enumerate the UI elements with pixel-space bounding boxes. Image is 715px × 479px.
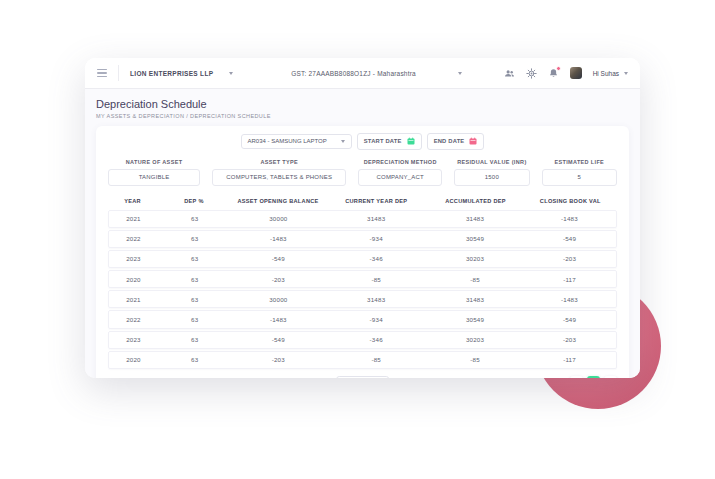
start-date-label: START DATE [364, 138, 402, 144]
table-cell: 2022 [109, 316, 158, 323]
column-header: YEAR [108, 198, 157, 204]
bell-icon[interactable] [548, 68, 559, 79]
company-name: LION ENTERPRISES LLP [130, 70, 213, 77]
field-asset-type: ASSET TYPE COMPUTERS, TABLETS & PHONES [212, 159, 346, 186]
table-cell: -549 [523, 235, 616, 242]
users-icon[interactable] [504, 68, 515, 79]
chevron-down-icon [229, 72, 233, 75]
topbar-divider [118, 65, 119, 81]
filter-row: AR034 - SAMSUNG LAPTOP START DATE END DA… [108, 133, 617, 150]
table-cell: 30000 [231, 215, 325, 222]
table-cell: -117 [523, 276, 616, 283]
table-cell: -346 [325, 336, 427, 343]
content-area: Depreciation Schedule MY ASSETS & DEPREC… [85, 89, 640, 378]
field-label: ASSET TYPE [260, 159, 298, 165]
field-label: DEPRECIATION METHOD [364, 159, 437, 165]
table-cell: 63 [158, 276, 231, 283]
field-label: RESIDUAL VALUE (INR) [457, 159, 526, 165]
menu-icon[interactable] [97, 69, 107, 77]
table-cell: -1483 [523, 296, 616, 303]
chevron-down-icon [458, 72, 462, 75]
table-cell: -934 [325, 235, 427, 242]
prev-page-button[interactable]: ← [570, 376, 583, 378]
column-header: ACCUMULATED DEP [427, 198, 523, 204]
schedule-panel: AR034 - SAMSUNG LAPTOP START DATE END DA… [96, 126, 629, 379]
table-cell: 2023 [109, 336, 158, 343]
show-per-page-button[interactable]: SHOW 10 [336, 376, 390, 378]
table-cell: 30203 [427, 336, 523, 343]
table-cell: 63 [158, 356, 231, 363]
table-cell: -203 [231, 276, 325, 283]
screen-background: LION ENTERPRISES LLP GST: 27AAABB8088O1Z… [0, 0, 715, 479]
table-row: 202163300003148331483-1483 [108, 210, 617, 228]
column-header: CLOSING BOOK VAL [524, 198, 617, 204]
breadcrumb: MY ASSETS & DEPRECIATION / DEPRECIATION … [96, 113, 629, 119]
table-cell: -1483 [231, 316, 325, 323]
table-cell: -549 [523, 316, 616, 323]
table-row: 202363-549-34630203-203 [108, 250, 617, 268]
start-date-button[interactable]: START DATE [357, 133, 422, 150]
pagination-bar: SHOW 10 ← 1 → [108, 376, 617, 378]
gst-label: GST: 27AAABB8088O1ZJ - Maharashtra [291, 70, 416, 77]
table-cell: 30203 [427, 255, 523, 262]
table-cell: -203 [231, 356, 325, 363]
table-cell: -346 [325, 255, 427, 262]
table-cell: -117 [523, 356, 616, 363]
table-row: 202263-1483-93430549-549 [108, 310, 617, 328]
current-page-button[interactable]: 1 [587, 376, 600, 378]
company-selector[interactable]: LION ENTERPRISES LLP [130, 70, 233, 77]
field-estimated-life: ESTIMATED LIFE 5 [542, 159, 617, 186]
field-label: NATURE OF ASSET [126, 159, 183, 165]
table-cell: -85 [325, 356, 427, 363]
table-row: 202063-203-85-85-117 [108, 270, 617, 288]
table-cell: -549 [231, 255, 325, 262]
field-value: COMPANY_ACT [358, 169, 442, 186]
field-value: COMPUTERS, TABLETS & PHONES [212, 169, 346, 186]
end-date-button[interactable]: END DATE [427, 133, 485, 150]
asset-select[interactable]: AR034 - SAMSUNG LAPTOP [241, 134, 352, 149]
notification-badge [556, 66, 562, 72]
table-row: 202363-549-34630203-203 [108, 331, 617, 349]
table-cell: -1483 [523, 215, 616, 222]
table-cell: -203 [523, 255, 616, 262]
table-cell: 2020 [109, 276, 158, 283]
chevron-down-icon [624, 72, 628, 75]
table-cell: 63 [158, 316, 231, 323]
pager: ← 1 → [570, 376, 617, 378]
table-cell: -203 [523, 336, 616, 343]
field-value: 1500 [454, 169, 529, 186]
field-value: 5 [542, 169, 617, 186]
topbar-actions: Hi Suhas [504, 67, 628, 79]
field-nature-of-asset: NATURE OF ASSET TANGIBLE [108, 159, 200, 186]
table-cell: 30549 [427, 235, 523, 242]
table-row: 202063-203-85-85-117 [108, 351, 617, 369]
gst-selector[interactable]: GST: 27AAABB8088O1ZJ - Maharashtra [291, 70, 462, 77]
table-cell: 2020 [109, 356, 158, 363]
table-cell: 63 [158, 336, 231, 343]
gear-icon[interactable] [526, 68, 537, 79]
page-title: Depreciation Schedule [96, 98, 629, 110]
avatar[interactable] [570, 67, 582, 79]
next-page-button[interactable]: → [604, 376, 617, 378]
column-header: ASSET OPENING BALANCE [231, 198, 325, 204]
table-cell: -934 [325, 316, 427, 323]
table-cell: -85 [427, 276, 523, 283]
calendar-start-icon [407, 137, 415, 146]
table-cell: -1483 [231, 235, 325, 242]
table-cell: 30549 [427, 316, 523, 323]
table-cell: 31483 [325, 296, 427, 303]
field-value: TANGIBLE [108, 169, 200, 186]
table-cell: 30000 [231, 296, 325, 303]
chevron-down-icon [341, 140, 345, 143]
table-cell: -549 [231, 336, 325, 343]
table-cell: 63 [158, 235, 231, 242]
table-cell: 2022 [109, 235, 158, 242]
table-cell: -85 [325, 276, 427, 283]
user-menu[interactable]: Hi Suhas [593, 70, 628, 77]
table-cell: 2023 [109, 255, 158, 262]
asset-select-value: AR034 - SAMSUNG LAPTOP [248, 138, 327, 144]
table-row: 202263-1483-93430549-549 [108, 230, 617, 248]
table-row: 202163300003148331483-1483 [108, 290, 617, 308]
field-label: ESTIMATED LIFE [554, 159, 604, 165]
column-header: CURRENT YEAR DEP [325, 198, 427, 204]
